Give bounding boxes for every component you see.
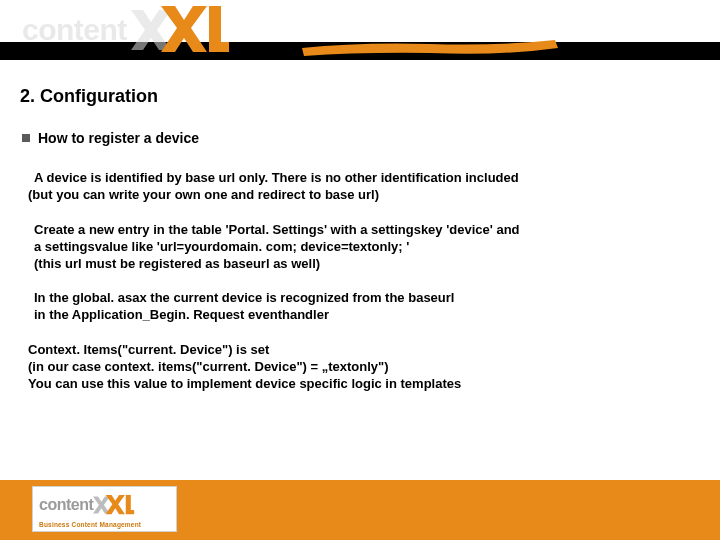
footer-logo-main: content (39, 490, 141, 520)
footer-xxl-logo-icon (93, 490, 131, 520)
paragraph-4: Context. Items("current. Device") is set… (28, 342, 696, 393)
paragraph-3: In the global. asax the current device i… (34, 290, 696, 324)
svg-rect-3 (209, 42, 229, 52)
paragraph-1-line1: A device is identified by base url only.… (34, 170, 519, 185)
slide-title: 2. Configuration (20, 86, 158, 107)
svg-rect-7 (126, 510, 134, 514)
paragraph-1-line2: (but you can write your own one and redi… (28, 187, 379, 202)
footer-logo-text-block: content Business Content Management (39, 490, 141, 529)
header-logo: content (0, 0, 221, 60)
svg-marker-5 (106, 495, 125, 514)
footer-logo-name-gray: content (39, 497, 93, 513)
paragraph-1: A device is identified by base url only.… (34, 170, 696, 204)
svg-marker-0 (131, 10, 171, 50)
subheading-text: How to register a device (38, 130, 199, 146)
paragraph-1-line2-rest: but you can write your own one and redir… (32, 187, 379, 202)
paragraph-4-line3: You can use this value to implement devi… (28, 376, 461, 391)
bullet-icon (22, 134, 30, 142)
svg-rect-2 (209, 6, 221, 42)
footer-logo-tagline: Business Content Management (39, 522, 141, 529)
xxl-logo-icon (131, 6, 221, 54)
footer-logo: content Business Content Management (32, 486, 177, 532)
paragraph-4-line2: (in our case context. items("current. De… (28, 359, 389, 374)
svg-marker-1 (161, 6, 207, 52)
header-logo-text: content (22, 13, 127, 47)
paragraph-2: Create a new entry in the table 'Portal.… (34, 222, 696, 273)
paragraph-4-line1: Context. Items("current. Device") is set (28, 342, 269, 357)
svg-marker-4 (93, 496, 110, 513)
slide-subheading: How to register a device (22, 130, 199, 146)
header-orange-brush-icon (300, 30, 560, 58)
slide-body: A device is identified by base url only.… (34, 170, 696, 411)
svg-rect-6 (126, 495, 131, 510)
